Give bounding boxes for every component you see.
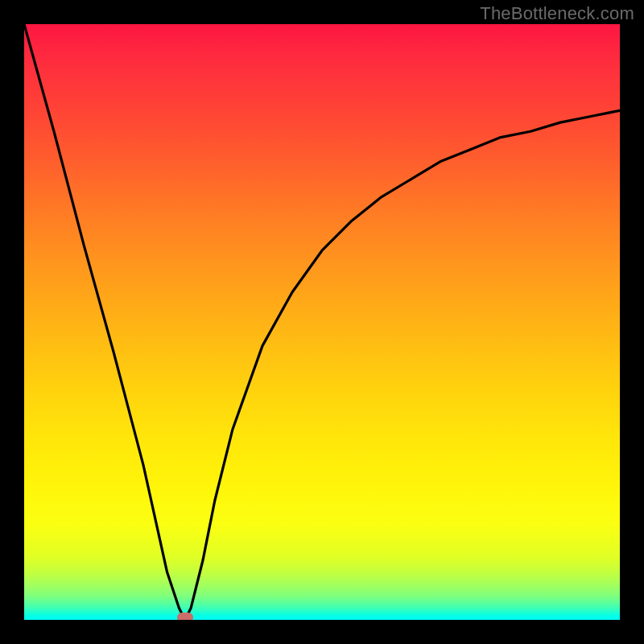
curve-path <box>24 24 620 620</box>
bottleneck-curve <box>24 24 620 620</box>
optimal-point-marker <box>177 613 193 620</box>
watermark-text: TheBottleneck.com <box>480 3 634 24</box>
plot-area <box>24 24 620 620</box>
chart-frame: TheBottleneck.com <box>0 0 644 644</box>
